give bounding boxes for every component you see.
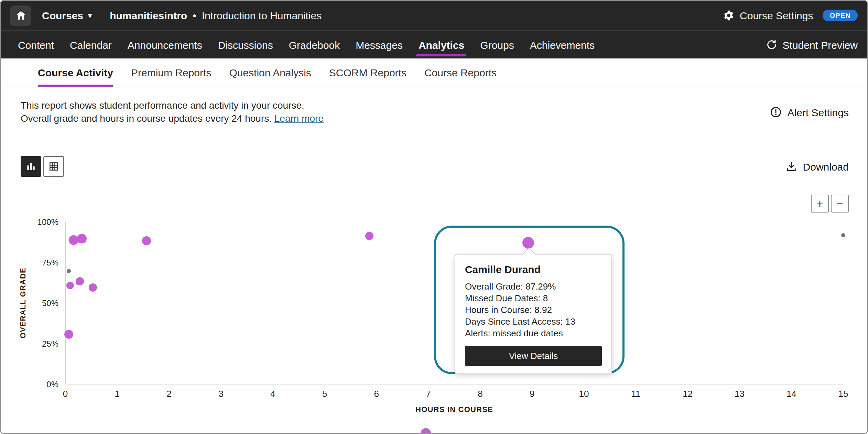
x-tick-label: 0 xyxy=(63,389,68,399)
gear-icon xyxy=(723,10,734,21)
tooltip-line-hours-in-course: Hours in Course: 8.92 xyxy=(465,304,602,316)
view-toggle xyxy=(21,156,64,177)
tab-course-reports[interactable]: Course Reports xyxy=(424,58,497,87)
grid-icon xyxy=(48,161,59,172)
scatter-point[interactable] xyxy=(67,269,71,273)
open-badge[interactable]: OPEN xyxy=(823,10,858,21)
breadcrumb-separator: • xyxy=(193,10,196,21)
y-tick-label: 75% xyxy=(42,258,58,268)
description-line2-text: Overall grade and hours in course update… xyxy=(21,113,272,124)
x-tick-label: 3 xyxy=(218,389,223,399)
x-axis-ticks: 0123456789101112131415 xyxy=(65,389,843,400)
report-description: This report shows student performance an… xyxy=(21,99,324,125)
scatter-point[interactable] xyxy=(64,330,73,339)
x-tick-label: 14 xyxy=(786,389,796,399)
tab-analytics[interactable]: Analytics xyxy=(419,31,464,58)
course-settings-label: Course Settings xyxy=(740,10,813,21)
y-tick-label: 0% xyxy=(46,380,58,389)
home-button[interactable] xyxy=(10,5,31,26)
scatter-point[interactable] xyxy=(76,277,84,285)
x-tick-label: 8 xyxy=(478,389,482,399)
chart-section: + − OVERALL GRADE 0%25%50%75%100% Camill… xyxy=(1,177,867,434)
scatter-point[interactable] xyxy=(77,234,86,243)
scatter-point[interactable] xyxy=(89,283,97,292)
x-tick-label: 12 xyxy=(683,389,693,399)
x-tick-label: 4 xyxy=(270,389,275,399)
courses-dropdown[interactable]: Courses ▾ xyxy=(42,10,92,21)
tab-discussions[interactable]: Discussions xyxy=(218,31,273,58)
student-preview-button[interactable]: Student Preview xyxy=(766,31,858,58)
x-axis-label: HOURS IN COURSE xyxy=(65,405,843,413)
zoom-in-button[interactable]: + xyxy=(811,195,829,213)
course-id: humanitiesintro xyxy=(110,10,187,21)
chart-toolbar: Download xyxy=(1,125,867,177)
tab-content[interactable]: Content xyxy=(18,31,54,58)
tab-scorm-reports[interactable]: SCORM Reports xyxy=(329,58,406,87)
alert-settings-button[interactable]: Alert Settings xyxy=(770,106,849,118)
y-axis-ticks: 0%25%50%75%100% xyxy=(28,222,61,384)
topbar: Courses ▾ humanitiesintro • Introduction… xyxy=(1,1,867,30)
tooltip-line-overall-grade: Overall Grade: 87.29% xyxy=(465,281,602,292)
y-axis-label: OVERALL GRADE xyxy=(19,222,27,384)
tab-calendar[interactable]: Calendar xyxy=(70,31,112,58)
y-tick-label: 25% xyxy=(42,339,58,349)
alert-settings-label: Alert Settings xyxy=(788,106,849,118)
tab-groups[interactable]: Groups xyxy=(480,31,514,58)
courses-label: Courses xyxy=(42,10,83,21)
tab-course-activity[interactable]: Course Activity xyxy=(38,58,113,87)
x-tick-label: 5 xyxy=(322,389,327,399)
chevron-down-icon: ▾ xyxy=(88,12,92,19)
x-tick-label: 10 xyxy=(579,389,589,399)
x-tick-label: 7 xyxy=(426,389,431,399)
student-preview-label: Student Preview xyxy=(783,39,858,51)
tooltip-line-missed-due-dates: Missed Due Dates: 8 xyxy=(465,292,602,304)
zoom-controls: + − xyxy=(811,195,849,213)
chart-view-button[interactable] xyxy=(21,156,41,177)
scatter-point[interactable] xyxy=(365,232,373,240)
tooltip-student-name: Camille Durand xyxy=(465,263,602,275)
scatter-point[interactable] xyxy=(142,236,151,245)
x-tick-label: 11 xyxy=(631,389,640,399)
tooltip-line-alerts: Alerts: missed due dates xyxy=(465,327,602,339)
x-tick-label: 1 xyxy=(115,389,120,399)
analytics-page: Courses ▾ humanitiesintro • Introduction… xyxy=(0,0,868,434)
tab-question-analysis[interactable]: Question Analysis xyxy=(229,58,311,87)
plot-area: Camille Durand Overall Grade: 87.29% Mis… xyxy=(65,222,843,384)
download-label: Download xyxy=(803,161,849,172)
breadcrumb: humanitiesintro • Introduction to Humani… xyxy=(110,10,322,21)
tab-premium-reports[interactable]: Premium Reports xyxy=(131,58,211,87)
partial-scatter-point[interactable] xyxy=(421,428,431,434)
x-tick-label: 13 xyxy=(735,389,745,399)
main-nav: Content Calendar Announcements Discussio… xyxy=(1,30,867,58)
tooltip-line-days-since-last-access: Days Since Last Access: 13 xyxy=(465,316,602,327)
nav-tabs: Content Calendar Announcements Discussio… xyxy=(18,31,595,58)
alert-icon xyxy=(770,106,782,118)
x-tick-label: 2 xyxy=(166,389,171,399)
bar-chart-icon xyxy=(25,161,36,172)
description-row: This report shows student performance an… xyxy=(1,87,867,125)
view-details-button[interactable]: View Details xyxy=(465,346,602,366)
download-button[interactable]: Download xyxy=(786,161,849,172)
tab-announcements[interactable]: Announcements xyxy=(128,31,202,58)
table-view-button[interactable] xyxy=(43,156,64,177)
topbar-right: Course Settings OPEN xyxy=(723,10,858,21)
home-icon xyxy=(15,10,26,21)
course-settings-button[interactable]: Course Settings xyxy=(723,10,813,21)
description-line2: Overall grade and hours in course update… xyxy=(21,112,324,125)
tab-achievements[interactable]: Achievements xyxy=(530,31,595,58)
x-tick-label: 6 xyxy=(374,389,379,399)
zoom-out-button[interactable]: − xyxy=(831,195,849,213)
description-line1: This report shows student performance an… xyxy=(21,99,324,112)
scatter-point[interactable] xyxy=(841,233,845,237)
download-icon xyxy=(786,161,798,172)
report-tabs: Course Activity Premium Reports Question… xyxy=(1,58,867,87)
y-tick-label: 100% xyxy=(37,217,58,227)
x-tick-label: 15 xyxy=(838,389,848,399)
tab-gradebook[interactable]: Gradebook xyxy=(289,31,340,58)
scatter-point[interactable] xyxy=(66,281,74,289)
learn-more-link[interactable]: Learn more xyxy=(274,113,324,124)
student-tooltip: Camille Durand Overall Grade: 87.29% Mis… xyxy=(455,254,612,374)
refresh-icon xyxy=(766,39,777,50)
tab-messages[interactable]: Messages xyxy=(356,31,403,58)
x-tick-label: 9 xyxy=(530,389,534,399)
